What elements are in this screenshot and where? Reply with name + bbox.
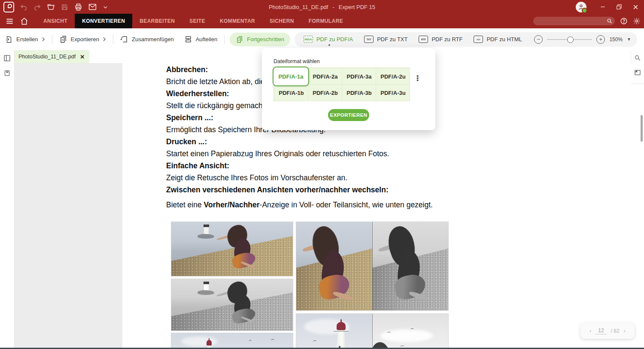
- pdf-zu-txt-button[interactable]: TXT PDF zu TXT: [358, 36, 413, 43]
- merge-icon: [120, 35, 128, 43]
- left-panel-strip: [0, 50, 15, 349]
- title-bar: PhotoStudio_11_DE.pdf - Expert PDF 15: [0, 0, 644, 14]
- dropdown-title: Dateiformat wählen: [273, 58, 320, 64]
- doc-heading: Wiederherstellen:: [166, 89, 229, 98]
- print-icon[interactable]: [74, 3, 82, 11]
- exportieren-button[interactable]: EXPORTIEREN: [328, 109, 369, 121]
- zoom-level-value[interactable]: 150%: [609, 36, 623, 42]
- format-option[interactable]: PDF/A-2b: [308, 84, 342, 101]
- photo-beach-before: [171, 222, 293, 276]
- search-document-icon[interactable]: [634, 55, 641, 63]
- document-tab[interactable]: PhotoStudio_11_DE.pdf ✕: [14, 50, 89, 63]
- format-option[interactable]: PDF/A-3b: [342, 84, 376, 101]
- home-icon[interactable]: [18, 15, 30, 27]
- tab-ansicht[interactable]: ANSICHT: [36, 14, 75, 28]
- ribbon-tabs: ANSICHT KONVERTIEREN BEARBEITEN SEITE KO…: [36, 14, 350, 28]
- pdf-zu-pdfa-button[interactable]: PDF/A PDF zu PDF/A: [298, 36, 358, 43]
- next-page-icon[interactable]: ›: [624, 328, 626, 334]
- settings-gear-icon[interactable]: [633, 17, 641, 25]
- tab-kommentar[interactable]: KOMMENTAR: [213, 14, 262, 28]
- zoom-dropdown-chevron-icon[interactable]: ▼: [627, 37, 631, 42]
- format-option[interactable]: PDF/A-3u: [376, 84, 410, 101]
- close-tab-icon[interactable]: ✕: [80, 54, 85, 60]
- doc-text: Zeigt die Retusche Ihres Fotos im Vorsch…: [166, 173, 347, 182]
- app-logo-icon: [3, 2, 14, 12]
- doc-heading: Einfache Ansicht:: [166, 161, 229, 170]
- thumbnail-panel-icon[interactable]: [634, 69, 641, 78]
- exportieren-button[interactable]: Exportieren: [54, 35, 111, 43]
- advanced-icon: [236, 36, 243, 43]
- redo-icon[interactable]: [33, 3, 41, 11]
- pdf-zu-rtf-button[interactable]: RTF PDF zu RTF: [413, 36, 468, 43]
- photo-lighthouse-split: [296, 314, 448, 349]
- restore-button[interactable]: [613, 1, 625, 13]
- format-option-selected[interactable]: PDF/A-1a: [273, 67, 309, 86]
- tab-konvertieren[interactable]: KONVERTIEREN: [75, 14, 132, 28]
- zoom-controls: − + 150% ▼: [528, 32, 637, 47]
- tab-bearbeiten[interactable]: BEARBEITEN: [132, 14, 182, 28]
- zoom-slider-handle[interactable]: [567, 36, 574, 43]
- doc-heading: Abbrechen:: [166, 65, 208, 74]
- menu-bar: ANSICHT KONVERTIEREN BEARBEITEN SEITE KO…: [0, 14, 644, 28]
- export-icon: [59, 35, 67, 43]
- toolbar-separator: [113, 35, 113, 44]
- current-page-input[interactable]: 12: [595, 328, 606, 334]
- txt-chip-icon: TXT: [364, 36, 374, 43]
- zoom-in-button[interactable]: +: [596, 35, 605, 44]
- hamburger-menu-icon[interactable]: [3, 15, 15, 27]
- format-option[interactable]: PDF/A-2u: [376, 68, 410, 85]
- undo-icon[interactable]: [20, 3, 27, 11]
- right-panel-strip: [631, 50, 644, 349]
- pdfa-chip-icon: PDF/A: [304, 36, 313, 43]
- convert-toolbar: Erstellen Exportieren Zusammenfügen Auft…: [0, 28, 644, 51]
- photo-beach-split: [296, 222, 448, 310]
- doc-text-mixed: Bietet eine Vorher/Nachher-Anzeige in Vo…: [166, 200, 433, 209]
- doc-heading: Drucken ...:: [166, 137, 207, 146]
- erstellen-button[interactable]: Erstellen: [0, 36, 50, 43]
- open-folder-icon[interactable]: [47, 3, 55, 11]
- prev-page-icon[interactable]: ‹: [589, 328, 591, 334]
- close-button[interactable]: [629, 1, 641, 13]
- format-option[interactable]: PDF/A-3a: [342, 68, 376, 85]
- toolbar-separator: [52, 35, 52, 44]
- search-icon: [607, 18, 613, 24]
- tab-seite[interactable]: SEITE: [182, 14, 213, 28]
- active-dropdown-dot: [328, 44, 330, 46]
- help-icon[interactable]: [620, 17, 628, 25]
- window-title-app: Expert PDF 15: [339, 4, 375, 10]
- tab-sichern[interactable]: SICHERN: [262, 14, 301, 28]
- zoom-out-button[interactable]: −: [534, 35, 543, 44]
- document-tab-label: PhotoStudio_11_DE.pdf: [18, 54, 76, 60]
- chevron-right-icon: [103, 37, 106, 42]
- window-title-doc: PhotoStudio_11_DE.pdf: [269, 4, 328, 10]
- mail-icon[interactable]: [88, 3, 97, 10]
- strip-divider: [631, 84, 644, 84]
- doc-heading: Speichern ...:: [166, 113, 213, 122]
- aufteilen-button[interactable]: Aufteilen: [179, 35, 223, 43]
- vertical-scrollbar-thumb[interactable]: [641, 115, 643, 142]
- doc-text: Stellt die rückgängig gemachte A: [166, 101, 276, 110]
- search-input[interactable]: [533, 17, 615, 25]
- panels-icon[interactable]: [3, 55, 11, 64]
- quick-access-chevron-icon[interactable]: [103, 4, 108, 10]
- doc-heading: Zwischen verschiedenen Ansichten vorher/…: [166, 185, 389, 194]
- more-formats-kebab-icon[interactable]: •••: [416, 75, 419, 81]
- doc-text: Startet einen Papierabzug Ihres Original…: [166, 149, 389, 158]
- online-status-dot: [582, 8, 587, 13]
- zusammenfuegen-button[interactable]: Zusammenfügen: [115, 35, 179, 43]
- zoom-slider[interactable]: [547, 39, 592, 40]
- pdf-zu-html-button[interactable]: </> PDF zu HTML: [468, 36, 527, 43]
- bookmark-icon[interactable]: [4, 70, 10, 79]
- minimize-button[interactable]: [597, 1, 609, 13]
- chevron-right-icon: [42, 37, 45, 42]
- convert-formats-group: PDF/A PDF zu PDF/A TXT PDF zu TXT RTF PD…: [295, 32, 538, 47]
- photo-lighthouse-strip: [171, 333, 293, 348]
- format-option[interactable]: PDF/A-2a: [308, 68, 342, 85]
- tab-formulare[interactable]: FORMULARE: [301, 14, 350, 28]
- format-option[interactable]: PDF/A-1b: [274, 84, 308, 101]
- expert-pdf-window: PhotoStudio_11_DE.pdf - Expert PDF 15 AN…: [0, 0, 644, 349]
- save-icon[interactable]: [61, 3, 68, 11]
- fortgeschritten-button[interactable]: Fortgeschritten: [230, 33, 290, 46]
- user-avatar[interactable]: [576, 2, 586, 12]
- photo-beach-after-bw: [171, 279, 293, 331]
